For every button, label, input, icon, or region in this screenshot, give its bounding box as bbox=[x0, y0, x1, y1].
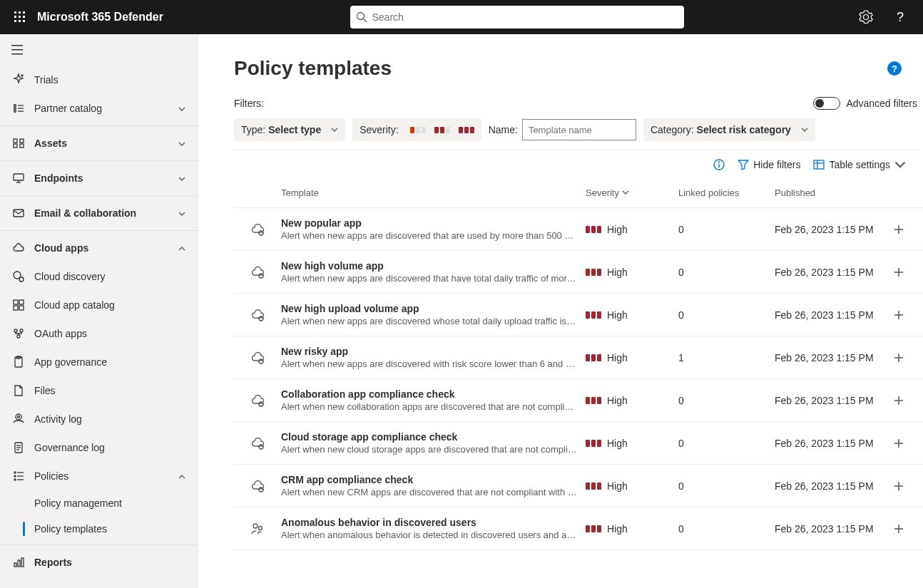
add-button[interactable] bbox=[889, 348, 909, 368]
sidebar-item-governance-log[interactable]: Governance log bbox=[0, 433, 198, 462]
table-row[interactable]: Cloud storage app compliance check Alert… bbox=[234, 422, 923, 465]
svg-rect-22 bbox=[20, 139, 24, 143]
severity-filter[interactable]: Severity: bbox=[352, 118, 481, 141]
published-cell: Feb 26, 2023 1:15 PM bbox=[775, 523, 889, 535]
endpoints-icon bbox=[11, 171, 26, 185]
add-button[interactable] bbox=[889, 262, 909, 282]
table-settings-button[interactable]: Table settings bbox=[813, 159, 906, 170]
sidebar-item-label: Assets bbox=[34, 138, 178, 149]
settings-icon[interactable] bbox=[849, 0, 883, 34]
advanced-filters-toggle[interactable] bbox=[813, 97, 840, 110]
published-cell: Feb 26, 2023 1:15 PM bbox=[775, 267, 889, 278]
filters-label: Filters: bbox=[234, 98, 264, 109]
linked-policies-cell: 0 bbox=[678, 224, 775, 235]
table-row[interactable]: New popular app Alert when new apps are … bbox=[234, 208, 923, 251]
severity-medium-icon[interactable] bbox=[434, 127, 450, 133]
chevron-down-icon bbox=[801, 124, 808, 135]
sidebar-subitem-policy-management[interactable]: Policy management bbox=[0, 490, 198, 516]
sidebar-item-reports[interactable]: Reports bbox=[0, 548, 198, 577]
sidebar-subitem-policy-templates[interactable]: Policy templates bbox=[0, 516, 198, 542]
svg-rect-53 bbox=[18, 560, 20, 567]
search-box[interactable] bbox=[350, 6, 684, 29]
sidebar-item-app-governance[interactable]: App governance bbox=[0, 348, 198, 376]
sidebar-item-activity-log[interactable]: Activity log bbox=[0, 405, 198, 433]
severity-high-icon bbox=[586, 226, 601, 233]
svg-point-64 bbox=[259, 274, 263, 278]
column-linked[interactable]: Linked policies bbox=[678, 187, 775, 198]
column-published[interactable]: Published bbox=[775, 187, 889, 198]
add-button[interactable] bbox=[889, 305, 909, 325]
table-row[interactable]: New high upload volume app Alert when ne… bbox=[234, 294, 923, 336]
sidebar-item-label: OAuth apps bbox=[34, 328, 186, 339]
type-filter[interactable]: Type: Select type bbox=[234, 118, 345, 141]
linked-policies-cell: 0 bbox=[678, 267, 775, 278]
discovery-icon bbox=[11, 269, 26, 284]
severity-cell: High bbox=[586, 523, 678, 535]
clipboard-icon bbox=[11, 355, 26, 369]
app-launcher-icon[interactable] bbox=[6, 0, 34, 34]
governance-icon bbox=[11, 440, 26, 455]
svg-point-15 bbox=[14, 105, 16, 107]
severity-low-icon[interactable] bbox=[410, 127, 426, 133]
svg-rect-25 bbox=[14, 174, 24, 180]
severity-high-icon bbox=[586, 354, 601, 361]
table-row[interactable]: Anomalous behavior in discovered users A… bbox=[234, 507, 923, 550]
add-button[interactable] bbox=[889, 476, 909, 496]
column-template[interactable]: Template bbox=[281, 187, 586, 198]
sidebar-item-assets[interactable]: Assets bbox=[0, 129, 198, 158]
page-help-icon[interactable]: ? bbox=[887, 61, 902, 76]
chevron-up-icon bbox=[178, 244, 186, 252]
sidebar-item-email-collaboration[interactable]: Email & collaboration bbox=[0, 199, 198, 227]
sidebar-item-oauth-apps[interactable]: OAuth apps bbox=[0, 319, 198, 348]
name-filter-input[interactable] bbox=[522, 119, 636, 140]
add-button[interactable] bbox=[889, 433, 909, 453]
hide-filters-button[interactable]: Hide filters bbox=[738, 159, 800, 170]
sidebar-item-label: Cloud app catalog bbox=[34, 299, 186, 311]
files-icon bbox=[11, 383, 26, 398]
svg-point-37 bbox=[17, 335, 20, 338]
advanced-filters-label: Advanced filters bbox=[846, 98, 917, 109]
table-row[interactable]: CRM app compliance check Alert when new … bbox=[234, 465, 923, 507]
published-cell: Feb 26, 2023 1:15 PM bbox=[775, 352, 889, 363]
table-row[interactable]: Collaboration app compliance check Alert… bbox=[234, 379, 923, 422]
svg-point-19 bbox=[14, 110, 16, 113]
add-button[interactable] bbox=[889, 519, 909, 539]
table-row[interactable]: New risky app Alert when new apps are di… bbox=[234, 336, 923, 379]
help-icon[interactable]: ? bbox=[883, 0, 917, 34]
hamburger-icon[interactable] bbox=[0, 34, 198, 66]
search-input[interactable] bbox=[372, 11, 678, 23]
sidebar-item-label: Cloud discovery bbox=[34, 271, 186, 282]
template-description: Alert when new cloud storage apps are di… bbox=[281, 444, 577, 455]
category-filter[interactable]: Category: Select risk category bbox=[643, 118, 815, 141]
severity-high-icon[interactable] bbox=[459, 127, 474, 133]
column-severity[interactable]: Severity bbox=[586, 187, 678, 198]
sidebar-item-trials[interactable]: Trials bbox=[0, 66, 198, 94]
svg-rect-58 bbox=[814, 160, 824, 169]
sidebar-item-cloud-discovery[interactable]: Cloud discovery bbox=[0, 262, 198, 291]
sidebar-item-cloud-app-catalog[interactable]: Cloud app catalog bbox=[0, 291, 198, 319]
info-icon[interactable] bbox=[713, 159, 725, 170]
chevron-down-icon bbox=[178, 104, 186, 113]
linked-policies-cell: 0 bbox=[678, 523, 775, 535]
sidebar-item-files[interactable]: Files bbox=[0, 376, 198, 405]
sidebar-item-endpoints[interactable]: Endpoints bbox=[0, 164, 198, 192]
severity-high-icon bbox=[586, 311, 601, 319]
sidebar-item-label: Email & collaboration bbox=[34, 207, 178, 219]
templates-table: Template Severity Linked policies Publis… bbox=[234, 178, 923, 550]
published-cell: Feb 26, 2023 1:15 PM bbox=[775, 438, 889, 449]
sidebar-item-label: Reports bbox=[34, 557, 186, 568]
severity-cell: High bbox=[586, 267, 678, 278]
catalog-icon bbox=[11, 101, 26, 115]
search-icon bbox=[356, 11, 367, 23]
sidebar-item-cloud-apps[interactable]: Cloud apps bbox=[0, 234, 198, 262]
svg-point-83 bbox=[259, 526, 262, 530]
add-button[interactable] bbox=[889, 391, 909, 411]
template-name: Anomalous behavior in discovered users bbox=[281, 517, 577, 528]
svg-point-14 bbox=[21, 75, 23, 76]
table-row[interactable]: New high volume app Alert when new apps … bbox=[234, 251, 923, 294]
svg-rect-3 bbox=[14, 16, 16, 18]
sidebar-item-partner-catalog[interactable]: Partner catalog bbox=[0, 94, 198, 123]
cloud-icon bbox=[11, 241, 26, 255]
sidebar-item-policies[interactable]: Policies bbox=[0, 462, 198, 490]
add-button[interactable] bbox=[889, 220, 909, 239]
